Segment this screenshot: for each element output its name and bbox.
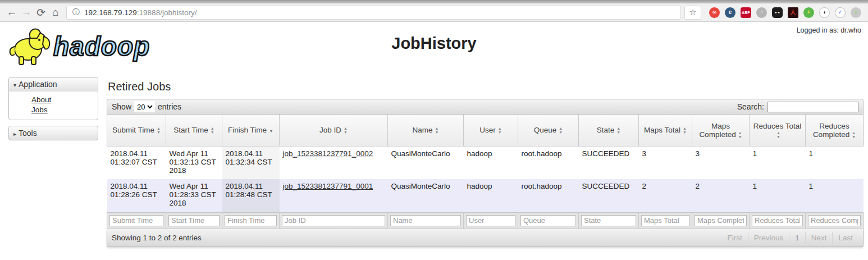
sidebar-section-tools[interactable]: ▸Tools	[8, 126, 98, 140]
gray-sphere-extension-icon[interactable]: ◔	[756, 7, 767, 18]
bookmark-star-icon[interactable]: ☆	[684, 6, 701, 20]
column-header-maps_total[interactable]: Maps Total▲▼	[639, 115, 692, 146]
column-label: User	[479, 126, 496, 134]
address-bar[interactable]: ⓘ 192.168.79.129:19888/jobhistory/	[66, 6, 681, 20]
column-header-queue[interactable]: Queue▲▼	[518, 115, 579, 146]
dark-eyes-extension-icon[interactable]: ● ●	[772, 7, 783, 18]
back-icon[interactable]: ←	[4, 6, 19, 19]
cell-name: QuasiMonteCarlo	[388, 146, 464, 179]
e-browser-extension-icon[interactable]: e	[725, 7, 735, 18]
filter-input-job_id[interactable]	[282, 215, 385, 226]
sort-both-icon: ▲▼	[738, 131, 742, 139]
search-input[interactable]	[768, 102, 858, 112]
filter-input-reduces_completed[interactable]	[808, 215, 861, 226]
column-header-reduces_completed[interactable]: Reduces Completed▲▼	[806, 115, 864, 146]
sidebar: ▾Application AboutJobs ▸Tools	[8, 77, 98, 247]
infinity-extension-icon[interactable]: ∞	[709, 7, 720, 18]
column-header-start_time[interactable]: Start Time▲▼	[166, 115, 222, 146]
filter-input-user[interactable]	[466, 215, 515, 226]
cell-job_id: job_1523381237791_0002	[280, 146, 388, 179]
column-label: Name	[413, 126, 433, 134]
filter-cell	[222, 212, 280, 229]
cell-finish_time: 2018.04.11 01:32:34 CST	[222, 146, 280, 179]
sort-both-icon: ▲▼	[435, 126, 439, 134]
cell-state: SUCCEEDED	[579, 146, 639, 179]
column-label: Submit Time	[112, 126, 154, 134]
browser-nav-buttons: ←→⟳⌂	[4, 6, 63, 19]
cell-finish_time: 2018.04.11 01:28:48 CST	[222, 179, 280, 212]
filter-input-submit_time[interactable]	[109, 215, 163, 226]
filter-cell	[692, 212, 750, 229]
filter-input-start_time[interactable]	[168, 215, 220, 226]
filter-cell	[579, 212, 639, 229]
column-label: Job ID	[319, 126, 341, 134]
browser-toolbar: ←→⟳⌂ ⓘ 192.168.79.129:19888/jobhistory/ …	[0, 3, 868, 22]
column-header-finish_time[interactable]: Finish Time▼	[222, 115, 280, 146]
cell-name: QuasiMonteCarlo	[388, 179, 464, 212]
sort-both-icon: ▲▼	[157, 126, 161, 134]
table-header-row: Submit Time▲▼Start Time▲▼Finish Time▼Job…	[107, 115, 864, 146]
column-header-maps_completed[interactable]: Maps Completed▲▼	[692, 115, 750, 146]
pagination-next[interactable]: Next	[805, 232, 833, 244]
cell-job_id: job_1523381237791_0001	[280, 179, 388, 212]
column-header-submit_time[interactable]: Submit Time▲▼	[107, 115, 166, 146]
filter-input-name[interactable]	[390, 215, 461, 226]
forward-icon[interactable]: →	[19, 6, 34, 19]
cell-queue: root.hadoop	[518, 146, 579, 179]
reload-icon[interactable]: ⟳	[34, 6, 48, 19]
column-header-state[interactable]: State▲▼	[579, 115, 639, 146]
cell-start_time: Wed Apr 11 01:32:13 CST 2018	[166, 146, 222, 179]
column-label: Start Time	[173, 126, 208, 134]
column-header-job_id[interactable]: Job ID▲▼	[280, 115, 388, 146]
pagination-1[interactable]: 1	[789, 232, 805, 244]
cell-reduces_completed: 1	[806, 146, 864, 179]
filter-cell	[464, 212, 518, 229]
column-header-name[interactable]: Name▲▼	[388, 115, 464, 146]
cat-extension-icon[interactable]: ◖	[819, 7, 830, 18]
adobe-pdf-icon[interactable]: 人	[788, 7, 798, 18]
filter-cell	[107, 212, 166, 229]
cell-state: SUCCEEDED	[579, 179, 639, 212]
sort-both-icon: ▲▼	[776, 131, 780, 139]
show-label: Show	[112, 102, 131, 111]
page-size-select[interactable]: 20	[134, 101, 155, 112]
home-icon[interactable]: ⌂	[48, 6, 63, 19]
sidebar-link-jobs[interactable]: Jobs	[31, 106, 98, 114]
green-plus-extension-icon[interactable]: +	[803, 7, 814, 18]
pagination-first[interactable]: First	[721, 232, 747, 244]
sidebar-section-application[interactable]: ▾Application	[9, 77, 98, 92]
filter-input-reduces_total[interactable]	[752, 215, 803, 226]
table-info: Showing 1 to 2 of 2 entries	[112, 234, 202, 242]
sort-both-icon: ▲▼	[559, 126, 563, 134]
column-header-reduces_total[interactable]: Reduces Total▲▼	[750, 115, 806, 146]
column-label: Maps Total	[644, 126, 680, 134]
column-label: Finish Time	[228, 126, 267, 134]
site-info-icon[interactable]: ⓘ	[72, 7, 80, 17]
adblock-plus-icon[interactable]: ABP	[741, 7, 751, 18]
cell-reduces_total: 1	[750, 146, 806, 179]
sort-both-icon: ▲▼	[498, 126, 502, 134]
page-title: JobHistory	[0, 34, 868, 53]
cell-start_time: Wed Apr 11 01:28:33 CST 2018	[166, 179, 222, 212]
check-circle-extension-icon[interactable]: ✓	[835, 7, 846, 18]
cell-submit_time: 2018.04.11 01:28:26 CST	[107, 179, 166, 212]
filter-input-queue[interactable]	[520, 215, 576, 226]
filter-input-maps_completed[interactable]	[695, 215, 747, 226]
filter-cell	[806, 212, 864, 229]
filter-cell	[639, 212, 692, 229]
pagination-last[interactable]: Last	[832, 232, 858, 244]
pagination-previous[interactable]: Previous	[748, 232, 789, 244]
filter-input-state[interactable]	[581, 215, 636, 226]
gray-green-dot-extension-icon[interactable]: ●	[851, 7, 861, 18]
filter-cell	[388, 212, 464, 229]
chevron-right-icon: ▸	[13, 131, 16, 137]
sidebar-link-about[interactable]: About	[31, 95, 98, 104]
entries-label: entries	[158, 102, 181, 111]
pagination: FirstPrevious1NextLast	[721, 232, 858, 244]
filter-input-finish_time[interactable]	[225, 215, 277, 226]
job-id-link[interactable]: job_1523381237791_0001	[283, 182, 373, 190]
job-id-link[interactable]: job_1523381237791_0002	[283, 149, 373, 158]
filter-input-maps_total[interactable]	[641, 215, 689, 226]
column-header-user[interactable]: User▲▼	[464, 115, 518, 146]
column-label: Queue	[534, 126, 557, 134]
